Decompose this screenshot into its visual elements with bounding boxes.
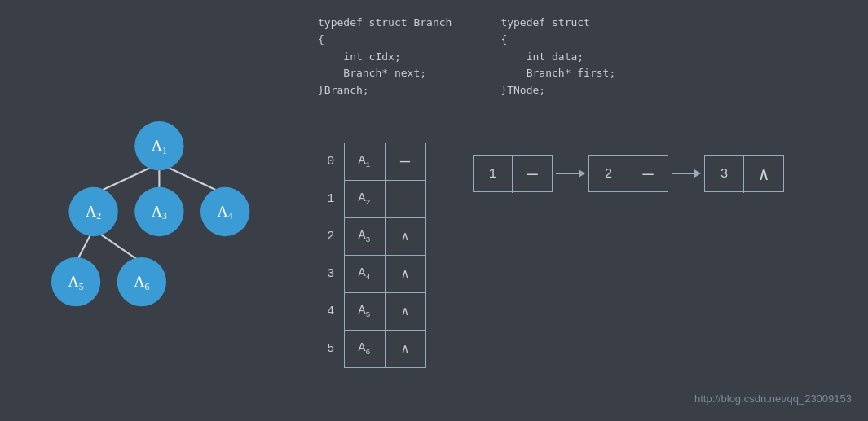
list-data-1: 1 xyxy=(474,156,513,193)
list-node-1: 1 — xyxy=(473,155,553,192)
list-ptr-2: — xyxy=(628,156,668,193)
data-table: 0 A1 — 1 A2 2 A3 ∧ 3 A4 ∧ 4 A5 xyxy=(318,143,426,368)
list-data-3: 3 xyxy=(705,156,744,193)
list-box-2: 2 — xyxy=(588,155,668,192)
table-row-0: 0 A1 — xyxy=(318,143,425,181)
code-block-left: typedef struct Branch { int cIdx; Branch… xyxy=(318,15,452,99)
svg-marker-1 xyxy=(579,169,585,178)
tree-svg: A1 A2 A3 A4 A5 A6 xyxy=(41,98,269,326)
table-section: 0 A1 — 1 A2 2 A3 ∧ 3 A4 ∧ 4 A5 xyxy=(318,143,426,368)
table-row-4: 4 A5 ∧ xyxy=(318,293,425,331)
ptr-5: ∧ xyxy=(385,331,425,368)
ptr-3: ∧ xyxy=(385,256,425,293)
list-node-2: 2 — xyxy=(588,155,668,192)
idx-4: 4 xyxy=(318,293,344,331)
name-2: A3 xyxy=(344,218,385,256)
arrow-svg-1 xyxy=(556,165,585,182)
name-0: A1 xyxy=(344,143,385,181)
arrow-svg-2 xyxy=(672,165,701,182)
list-box-3: 3 ∧ xyxy=(704,155,784,192)
ptr-4: ∧ xyxy=(385,293,425,331)
svg-marker-3 xyxy=(694,169,701,178)
list-node-3: 3 ∧ xyxy=(704,155,784,192)
ptr-1 xyxy=(385,181,425,218)
arrow-1 xyxy=(553,165,588,182)
name-5: A6 xyxy=(344,331,385,368)
linked-list-section: 1 — 2 — 3 ∧ xyxy=(473,155,784,192)
idx-2: 2 xyxy=(318,218,344,256)
name-1: A2 xyxy=(344,181,385,218)
table-row-2: 2 A3 ∧ xyxy=(318,218,425,256)
code-section: typedef struct Branch { int cIdx; Branch… xyxy=(318,15,615,99)
tree-section: A1 A2 A3 A4 A5 A6 xyxy=(41,98,269,326)
idx-3: 3 xyxy=(318,256,344,293)
name-3: A4 xyxy=(344,256,385,293)
list-ptr-3: ∧ xyxy=(744,156,783,193)
list-ptr-1: — xyxy=(513,156,552,193)
table-row-5: 5 A6 ∧ xyxy=(318,331,425,368)
arrow-2 xyxy=(668,165,704,182)
list-box-1: 1 — xyxy=(473,155,553,192)
ptr-2: ∧ xyxy=(385,218,425,256)
ptr-0: — xyxy=(385,143,425,181)
idx-0: 0 xyxy=(318,143,344,181)
list-data-2: 2 xyxy=(589,156,628,193)
name-4: A5 xyxy=(344,293,385,331)
code-block-right: typedef struct { int data; Branch* first… xyxy=(500,15,615,99)
idx-5: 5 xyxy=(318,331,344,368)
table-row-1: 1 A2 xyxy=(318,181,425,218)
table-row-3: 3 A4 ∧ xyxy=(318,256,425,293)
idx-1: 1 xyxy=(318,181,344,218)
watermark: http://blog.csdn.net/qq_23009153 xyxy=(694,392,852,405)
